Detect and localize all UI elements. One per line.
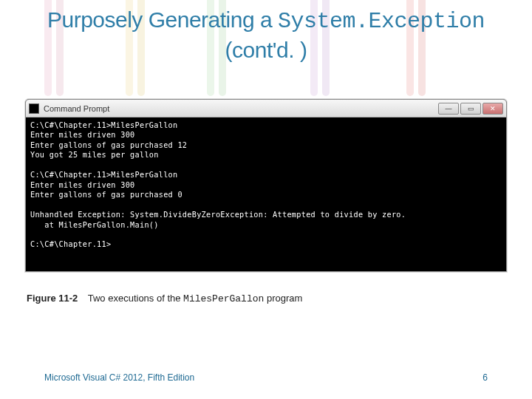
maximize-button[interactable]: ▭ [460,103,481,115]
caption-post: program [264,293,302,304]
title-pre: Purposely Generating a [47,7,278,32]
cmd-icon [29,103,39,114]
close-button[interactable]: ✕ [482,103,503,115]
caption-pre: Two executions of the [88,293,183,304]
caption-mono: MilesPerGallon [183,293,264,304]
slide: Purposely Generating a System.Exception … [0,0,532,399]
title-post: (cont'd. ) [225,38,307,62]
slide-title: Purposely Generating a System.Exception … [0,0,532,64]
window-buttons: — ▭ ✕ [437,103,503,115]
window-title: Command Prompt [44,104,109,113]
figure-caption: Figure 11-2 Two executions of the MilesP… [27,293,302,304]
command-prompt-window: Command Prompt — ▭ ✕ C:\C#\Chapter.11>Mi… [25,99,507,272]
minimize-button[interactable]: — [438,103,459,115]
footer-credit: Microsoft Visual C# 2012, Fifth Edition [44,372,194,383]
window-titlebar: Command Prompt — ▭ ✕ [26,100,506,117]
page-number: 6 [482,372,488,383]
figure-label: Figure 11-2 [27,293,78,304]
terminal-output: C:\C#\Chapter.11>MilesPerGallon Enter mi… [26,117,506,271]
title-mono: System.Exception [278,9,485,34]
